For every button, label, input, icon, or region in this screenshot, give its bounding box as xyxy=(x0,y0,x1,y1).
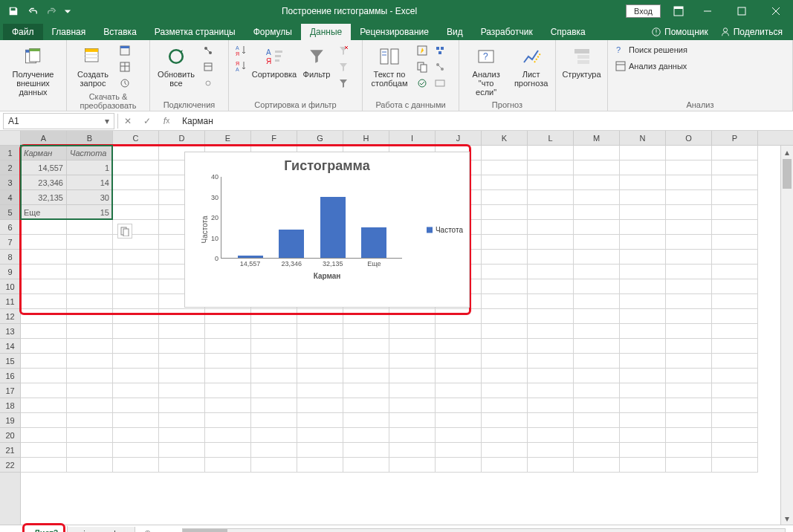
scroll-right-icon[interactable]: ▸ xyxy=(789,528,793,533)
row-header[interactable]: 6 xyxy=(0,220,20,235)
row-header[interactable]: 15 xyxy=(0,354,20,369)
cell[interactable] xyxy=(482,250,528,265)
cell[interactable] xyxy=(712,175,758,190)
cell[interactable] xyxy=(528,324,574,339)
cell[interactable] xyxy=(159,339,205,354)
cell[interactable] xyxy=(159,428,205,443)
cell[interactable] xyxy=(251,339,297,354)
cell[interactable] xyxy=(389,443,436,458)
cell[interactable] xyxy=(666,220,712,235)
cell[interactable] xyxy=(666,443,712,458)
cell[interactable] xyxy=(67,265,113,279)
row-header[interactable]: 4 xyxy=(0,190,20,205)
relationships-icon[interactable] xyxy=(433,59,447,74)
cell[interactable] xyxy=(712,354,758,369)
cell[interactable] xyxy=(159,309,205,324)
cancel-icon[interactable]: ✕ xyxy=(118,113,137,129)
column-header[interactable]: H xyxy=(343,131,389,146)
cell[interactable] xyxy=(528,235,574,250)
cell[interactable] xyxy=(205,339,251,354)
cell[interactable] xyxy=(343,383,389,398)
cell[interactable] xyxy=(205,443,251,458)
cell[interactable] xyxy=(113,205,159,220)
cell[interactable] xyxy=(528,160,574,175)
ribbon-display-icon[interactable] xyxy=(667,0,690,22)
cell[interactable] xyxy=(574,324,620,339)
cell[interactable] xyxy=(666,205,712,220)
solver-button[interactable]: ?Поиск решения xyxy=(612,43,690,56)
scroll-thumb[interactable] xyxy=(183,529,227,533)
login-button[interactable]: Вход xyxy=(626,4,661,18)
cell[interactable] xyxy=(67,458,113,473)
embedded-chart[interactable]: Гистограмма Частота 01020304014,55723,34… xyxy=(184,152,470,308)
cell[interactable] xyxy=(482,294,528,309)
from-table-icon[interactable] xyxy=(117,59,132,74)
cell[interactable] xyxy=(251,428,297,443)
cell[interactable] xyxy=(205,428,251,443)
cell[interactable] xyxy=(21,369,67,383)
cell[interactable] xyxy=(574,383,620,398)
redo-icon[interactable] xyxy=(43,2,61,20)
cell[interactable] xyxy=(482,428,528,443)
cell[interactable] xyxy=(113,279,159,294)
cell[interactable] xyxy=(159,324,205,339)
cell[interactable] xyxy=(482,369,528,383)
cell[interactable] xyxy=(574,235,620,250)
paste-options-button[interactable] xyxy=(117,224,132,239)
row-header[interactable]: 10 xyxy=(0,279,20,294)
cell[interactable] xyxy=(712,146,758,160)
column-header[interactable]: N xyxy=(620,131,666,146)
cell[interactable] xyxy=(666,369,712,383)
data-model-icon[interactable] xyxy=(433,76,447,91)
cell[interactable] xyxy=(528,146,574,160)
data-analysis-button[interactable]: Анализ данных xyxy=(612,59,690,73)
cell[interactable] xyxy=(528,265,574,279)
cell[interactable] xyxy=(528,175,574,190)
cell[interactable] xyxy=(343,369,389,383)
cell[interactable] xyxy=(205,369,251,383)
row-header[interactable]: 2 xyxy=(0,160,20,175)
sort-button[interactable]: АЯСортировка xyxy=(251,43,297,80)
data-validation-icon[interactable] xyxy=(415,76,430,91)
cell[interactable]: 14,557 xyxy=(21,160,67,175)
cell[interactable] xyxy=(67,369,113,383)
cell[interactable] xyxy=(666,413,712,428)
cell[interactable] xyxy=(343,339,389,354)
cell[interactable] xyxy=(205,309,251,324)
cell[interactable] xyxy=(620,324,666,339)
column-header[interactable]: D xyxy=(159,131,205,146)
cell[interactable] xyxy=(113,369,159,383)
minimize-button[interactable] xyxy=(690,0,725,22)
cell[interactable] xyxy=(389,339,436,354)
cell[interactable] xyxy=(113,398,159,413)
row-header[interactable]: 16 xyxy=(0,369,20,383)
cell[interactable] xyxy=(159,369,205,383)
column-header[interactable]: G xyxy=(297,131,343,146)
cell[interactable] xyxy=(389,324,436,339)
remove-duplicates-icon[interactable] xyxy=(415,59,430,74)
cell[interactable] xyxy=(21,443,67,458)
cell[interactable] xyxy=(666,324,712,339)
cell[interactable] xyxy=(251,398,297,413)
cell[interactable] xyxy=(712,190,758,205)
cell[interactable] xyxy=(21,458,67,473)
row-header[interactable]: 3 xyxy=(0,175,20,190)
cell[interactable] xyxy=(113,383,159,398)
cell[interactable] xyxy=(712,398,758,413)
cell[interactable] xyxy=(67,383,113,398)
cell[interactable] xyxy=(482,383,528,398)
cell[interactable] xyxy=(436,413,482,428)
cell[interactable] xyxy=(21,383,67,398)
cell[interactable] xyxy=(436,324,482,339)
cell[interactable] xyxy=(389,398,436,413)
cell[interactable] xyxy=(528,294,574,309)
cell[interactable] xyxy=(21,309,67,324)
cell[interactable] xyxy=(159,354,205,369)
cell[interactable] xyxy=(712,339,758,354)
cell[interactable] xyxy=(712,383,758,398)
tab-insert[interactable]: Вставка xyxy=(94,24,146,40)
cell[interactable] xyxy=(21,413,67,428)
cell[interactable] xyxy=(482,354,528,369)
row-header[interactable]: 21 xyxy=(0,443,20,458)
cell[interactable] xyxy=(482,235,528,250)
